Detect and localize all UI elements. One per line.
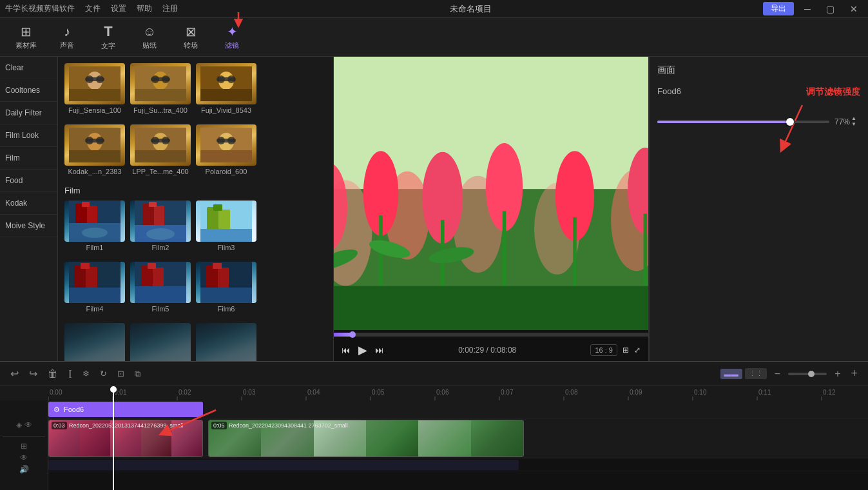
redo-button[interactable]: ↪ bbox=[26, 366, 40, 381]
filter-film1[interactable]: Film1 bbox=[64, 201, 125, 251]
svg-text:0:03: 0:03 bbox=[243, 389, 256, 396]
panel-arrow bbox=[770, 102, 809, 153]
sidebar-item-clear[interactable]: Clear bbox=[0, 57, 57, 79]
film6-img bbox=[200, 262, 252, 303]
slider-thumb[interactable] bbox=[786, 118, 794, 126]
ruler-svg: 0:00 0:01 0:02 0:03 0:04 0:05 0:06 0:07 … bbox=[48, 386, 868, 400]
zoom-slider[interactable] bbox=[788, 373, 827, 375]
tool-transition[interactable]: ⊠ 转场 bbox=[171, 21, 210, 54]
filter-film2[interactable]: Film2 bbox=[130, 201, 191, 251]
sidebar-item-cooltones[interactable]: Cooltones bbox=[0, 79, 57, 102]
filter-extra3[interactable] bbox=[196, 323, 256, 361]
menu-file[interactable]: 文件 bbox=[85, 3, 101, 14]
tool-sticker[interactable]: ☺ 贴纸 bbox=[130, 21, 169, 54]
svg-rect-61 bbox=[153, 268, 164, 289]
svg-rect-57 bbox=[81, 263, 90, 269]
ruler-inner: 0:00 0:01 0:02 0:03 0:04 0:05 0:06 0:07 … bbox=[48, 386, 868, 400]
svg-text:0:05: 0:05 bbox=[372, 389, 385, 396]
filter-film3[interactable]: Film3 bbox=[196, 201, 256, 251]
filter-lpp-te[interactable]: LPP_Te...me_400 bbox=[130, 124, 191, 175]
sidebar-item-daily-filter[interactable]: Daily Filter bbox=[0, 102, 57, 124]
rotate-button[interactable]: ↻ bbox=[97, 368, 110, 380]
tool-media[interactable]: ⊞ 素材库 bbox=[6, 21, 45, 54]
svg-rect-40 bbox=[82, 202, 90, 207]
close-button[interactable]: ✕ bbox=[845, 4, 863, 14]
film2-label: Film2 bbox=[152, 244, 169, 251]
sticker-icon: ☺ bbox=[143, 24, 156, 39]
export-button[interactable]: 导出 bbox=[763, 2, 794, 15]
sidebar-item-film-look[interactable]: Film Look bbox=[0, 124, 57, 147]
track-mode-b-button[interactable]: ⋮⋮ bbox=[745, 368, 767, 379]
titlebar-right: 导出 ─ ▢ ✕ bbox=[763, 2, 863, 15]
freeze-button[interactable]: ❄ bbox=[80, 368, 92, 380]
video-clip-1[interactable]: 0:03 Redcon_20220512013137441276399_smal… bbox=[48, 420, 203, 457]
filter-extra1[interactable] bbox=[64, 323, 125, 361]
svg-rect-52 bbox=[213, 204, 222, 211]
video-track-audio-icon[interactable]: 🔊 bbox=[19, 465, 29, 474]
track-content: ⚙ Food6 0:03 Redcon_20220512013137 bbox=[48, 400, 868, 490]
filter-track-eye-icon[interactable]: 👁 bbox=[24, 420, 32, 429]
slider-value-text: 77% bbox=[834, 117, 850, 126]
timeline-body: ◈ 👁 ⊞ 👁 🔊 bbox=[0, 400, 868, 490]
tool-audio-label: 声音 bbox=[60, 41, 74, 50]
maximize-button[interactable]: ▢ bbox=[821, 4, 840, 14]
pip-button[interactable]: ⧉ bbox=[132, 368, 143, 380]
fullscreen-button[interactable]: ⤢ bbox=[634, 346, 641, 355]
filter-film6[interactable]: Film6 bbox=[196, 262, 256, 313]
filter-track-pin-icon[interactable]: ◈ bbox=[16, 420, 22, 429]
svg-rect-5 bbox=[85, 77, 104, 81]
tool-audio[interactable]: ♪ 声音 bbox=[48, 21, 86, 54]
playhead-ruler bbox=[113, 386, 114, 400]
sidebar-item-kodak[interactable]: Kodak bbox=[0, 192, 57, 215]
svg-point-42 bbox=[82, 228, 108, 238]
menu-settings[interactable]: 设置 bbox=[111, 3, 126, 14]
sidebar-item-film[interactable]: Film bbox=[0, 147, 57, 170]
video-track-add-icon[interactable]: ⊞ bbox=[21, 442, 27, 451]
polaroid-img bbox=[200, 128, 252, 162]
zoom-in-button[interactable]: + bbox=[832, 367, 843, 381]
slider-track[interactable] bbox=[657, 121, 829, 123]
filter-polaroid[interactable]: Polaroid_600 bbox=[196, 124, 256, 175]
svg-rect-12 bbox=[135, 89, 186, 101]
split-button[interactable]: ⟦ bbox=[66, 368, 75, 380]
sidebar-item-moive-style[interactable]: Moive Style bbox=[0, 215, 57, 237]
film1-thumb bbox=[64, 201, 125, 242]
track-mode-a-button[interactable]: ▬▬ bbox=[720, 369, 742, 379]
minimize-button[interactable]: ─ bbox=[799, 4, 816, 14]
film1-img bbox=[69, 201, 121, 242]
sidebar-item-food[interactable]: Food bbox=[0, 170, 57, 192]
slider-stepper[interactable]: ▲ ▼ bbox=[851, 116, 856, 127]
filter-fuji-sutra[interactable]: Fuji_Su...tra_400 bbox=[130, 63, 191, 114]
progress-bar[interactable] bbox=[334, 333, 648, 337]
tool-text[interactable]: T 文字 bbox=[89, 21, 128, 54]
filter-film4[interactable]: Film4 bbox=[64, 262, 125, 313]
filter-film5[interactable]: Film5 bbox=[130, 262, 191, 313]
transition-icon: ⊠ bbox=[186, 24, 197, 39]
timeline-tools-left: ↩ ↪ 🗑 ⟦ ❄ ↻ ⊡ ⧉ bbox=[8, 366, 143, 381]
zoom-out-button[interactable]: − bbox=[772, 367, 783, 381]
film6-label: Film6 bbox=[218, 305, 235, 313]
filter-block[interactable]: ⚙ Food6 bbox=[48, 402, 203, 417]
video-track-eye-icon[interactable]: 👁 bbox=[20, 453, 28, 462]
fit-button[interactable]: ⊞ bbox=[622, 346, 629, 355]
film-filter-grid-2: Film4 Film5 bbox=[64, 262, 327, 313]
filter-fuji-vivid[interactable]: Fuji_Vivid_8543 bbox=[196, 63, 256, 114]
slider-fill bbox=[657, 121, 790, 123]
aspect-ratio-button[interactable]: 16 : 9 bbox=[590, 344, 617, 356]
play-button[interactable]: ▶ bbox=[358, 343, 367, 357]
menu-help[interactable]: 帮助 bbox=[137, 3, 152, 14]
step-forward-button[interactable]: ⏭ bbox=[375, 345, 384, 355]
filter-fuji-sensia[interactable]: Fuji_Sensia_100 bbox=[64, 63, 125, 114]
tool-filter[interactable]: ✦ 滤镜 bbox=[213, 21, 251, 54]
crop-button[interactable]: ⊡ bbox=[115, 368, 127, 380]
add-track-button[interactable]: + bbox=[848, 366, 860, 382]
step-back-button[interactable]: ⏮ bbox=[342, 345, 351, 355]
menu-register[interactable]: 注册 bbox=[162, 3, 178, 14]
video-clip-2[interactable]: 0:05 Redcon_20220423094308441 2763702_sm… bbox=[208, 420, 524, 457]
filter-strength-slider[interactable]: 77% ▲ ▼ bbox=[657, 116, 860, 127]
delete-button[interactable]: 🗑 bbox=[45, 367, 61, 381]
filter-extra2[interactable] bbox=[130, 323, 191, 361]
undo-button[interactable]: ↩ bbox=[8, 366, 21, 381]
film5-label: Film5 bbox=[152, 305, 169, 313]
filter-kodak-n[interactable]: Kodak_...n_2383 bbox=[64, 124, 125, 175]
